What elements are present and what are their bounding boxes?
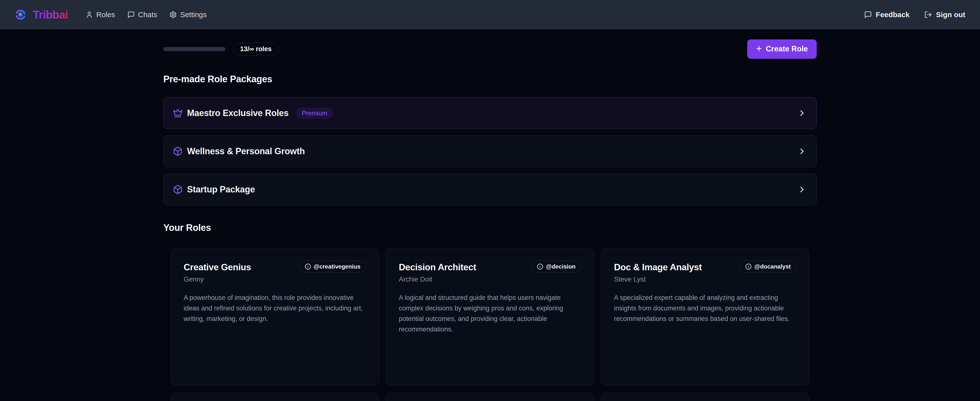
- chat-icon: [127, 11, 135, 18]
- feedback-button[interactable]: Feedback: [864, 11, 910, 19]
- plus-icon: +: [756, 43, 762, 53]
- roles-toolbar: 13/∞ roles + Create Role: [163, 39, 817, 59]
- gear-icon: [169, 11, 177, 18]
- role-card-creative-genius[interactable]: Creative Genius @creativegenius Genny A …: [171, 248, 379, 385]
- info-icon: [537, 264, 543, 270]
- create-role-button[interactable]: + Create Role: [747, 40, 817, 59]
- package-row-startup[interactable]: Startup Package: [163, 174, 817, 205]
- package-list: Maestro Exclusive Roles Premium Wellness…: [163, 97, 817, 205]
- crown-icon: [173, 108, 183, 118]
- role-handle-badge[interactable]: @decision: [531, 261, 581, 273]
- role-subtitle: Genny: [184, 275, 366, 283]
- package-icon: [173, 146, 183, 156]
- role-title: Decision Architect: [399, 261, 476, 273]
- top-bar: Tribbai Roles Chats: [0, 0, 980, 29]
- role-handle: @docanalyst: [754, 263, 791, 270]
- info-icon: [305, 264, 311, 270]
- feedback-chat-icon: [864, 11, 872, 19]
- role-description: A logical and structured guide that help…: [399, 292, 581, 335]
- package-title: Wellness & Personal Growth: [187, 146, 305, 157]
- role-title: Creative Genius: [184, 261, 251, 273]
- chevron-right-icon: [797, 147, 807, 156]
- nav-label-chats: Chats: [138, 11, 157, 19]
- nav-item-roles[interactable]: Roles: [86, 11, 115, 19]
- create-role-label: Create Role: [766, 45, 808, 53]
- package-title: Maestro Exclusive Roles: [187, 108, 288, 118]
- nav-item-settings[interactable]: Settings: [169, 11, 207, 19]
- nav-label-roles: Roles: [96, 11, 115, 19]
- chevron-right-icon: [797, 109, 807, 118]
- feedback-label: Feedback: [876, 11, 910, 19]
- chevron-right-icon: [797, 185, 807, 194]
- role-card-partial[interactable]: [601, 393, 809, 401]
- role-description: A specialized expert capable of analyzin…: [614, 292, 796, 324]
- package-row-wellness[interactable]: Wellness & Personal Growth: [163, 136, 817, 167]
- role-description: A powerhouse of imagination, this role p…: [184, 292, 366, 324]
- brand-logo[interactable]: Tribbai: [15, 8, 68, 21]
- roles-count-badge: 13/∞ roles: [233, 43, 278, 56]
- main-content: 13/∞ roles + Create Role Pre-made Role P…: [163, 29, 817, 401]
- packages-section-title: Pre-made Role Packages: [163, 74, 817, 85]
- role-subtitle: Steve Lyst: [614, 275, 796, 283]
- package-title: Startup Package: [187, 184, 255, 195]
- role-card-doc-image-analyst[interactable]: Doc & Image Analyst @docanalyst Steve Ly…: [601, 248, 809, 385]
- role-handle: @decision: [546, 263, 576, 270]
- role-subtitle: Archie Doit: [399, 275, 581, 283]
- nav-label-settings: Settings: [180, 11, 207, 19]
- package-row-maestro[interactable]: Maestro Exclusive Roles Premium: [163, 97, 817, 129]
- brand-name: Tribbai: [33, 8, 68, 21]
- user-icon: [86, 11, 93, 18]
- roles-progress-bar: [163, 47, 226, 51]
- roles-grid: Creative Genius @creativegenius Genny A …: [163, 248, 817, 401]
- nav-item-chats[interactable]: Chats: [127, 11, 157, 19]
- role-card-decision-architect[interactable]: Decision Architect @decision Archie Doit…: [386, 248, 594, 385]
- your-roles-section-title: Your Roles: [163, 222, 817, 233]
- role-handle: @creativegenius: [314, 263, 360, 270]
- main-nav: Roles Chats Settings: [86, 11, 207, 19]
- info-icon: [745, 264, 752, 270]
- role-card-partial[interactable]: [386, 393, 594, 401]
- role-handle-badge[interactable]: @creativegenius: [299, 261, 366, 273]
- sign-out-button[interactable]: Sign out: [924, 11, 965, 19]
- package-icon: [173, 185, 183, 194]
- role-card-partial[interactable]: [171, 393, 379, 401]
- logout-icon: [924, 11, 932, 19]
- role-handle-badge[interactable]: @docanalyst: [740, 261, 796, 273]
- tribbai-logo-icon: [15, 9, 26, 21]
- role-title: Doc & Image Analyst: [614, 261, 702, 273]
- sign-out-label: Sign out: [936, 11, 965, 19]
- premium-badge: Premium: [296, 108, 333, 119]
